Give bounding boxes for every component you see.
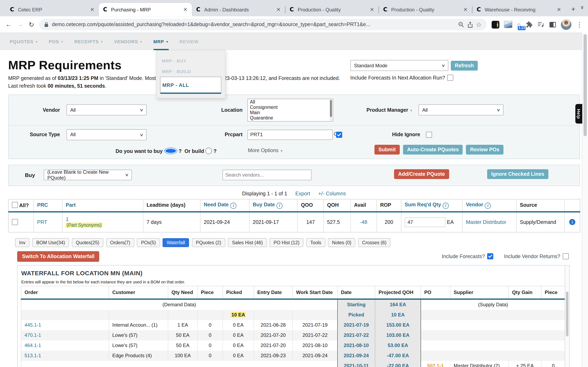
more-options-toggle[interactable]: More Options ▼ (248, 148, 283, 153)
browser-tab-purchasing-mrp[interactable]: C Purchasing - MRP ✕ (99, 3, 192, 16)
auto-create-pquotes-button[interactable]: Auto-Create PQuotes (403, 145, 463, 155)
tab-orders[interactable]: Orders(7) (106, 238, 134, 247)
switch-allocation-waterfall-button[interactable]: Switch To Allocation Waterfall (17, 251, 99, 262)
info-icon[interactable] (485, 203, 491, 209)
bookmark-star-icon[interactable]: ☆ (476, 21, 482, 28)
order-link[interactable]: 513.1-1 (25, 353, 41, 359)
waterfall-scrollbar[interactable] (565, 266, 569, 367)
part-synonyms-link[interactable]: (Part Synonyms) (66, 223, 102, 227)
tab-crosses[interactable]: Crosses (6) (358, 238, 390, 247)
tab-pquotes[interactable]: PQuotes (2) (192, 238, 225, 247)
columns-link[interactable]: +/- Columns (318, 191, 346, 197)
scrollbar-thumb[interactable] (566, 292, 568, 336)
menu-item-mrp-all[interactable]: MRP - ALL (160, 77, 221, 94)
tab-inv[interactable]: Inv (15, 238, 30, 247)
page-scrollbar[interactable] (582, 33, 588, 367)
tab-quotes[interactable]: Quotes(25) (72, 238, 103, 247)
order-link[interactable]: 470.1-1 (25, 333, 41, 338)
listbox-scrollbar[interactable] (329, 100, 332, 121)
share-icon[interactable] (467, 21, 473, 27)
location-option-consignment[interactable]: Consignment (248, 105, 333, 110)
reload-icon[interactable]: ↻ (26, 21, 37, 28)
browser-tab-production-quality-2[interactable]: C Production - Quality ✕ (379, 3, 472, 16)
close-icon[interactable]: ✕ (556, 7, 562, 13)
extension-doc-icon[interactable] (492, 21, 499, 28)
hide-ignore-checkbox[interactable] (426, 132, 432, 138)
close-icon[interactable]: ✕ (462, 7, 469, 13)
review-pos-button[interactable]: Review POs (466, 145, 503, 155)
info-icon[interactable] (443, 203, 449, 209)
tab-search-chevron-icon[interactable]: ∨ (580, 4, 584, 10)
close-icon[interactable]: ✕ (182, 7, 189, 13)
part-link[interactable]: 1 (66, 217, 69, 222)
close-icon[interactable]: ✕ (89, 7, 95, 13)
buy-radio[interactable] (164, 148, 177, 154)
col-buy-date[interactable]: Buy Date (249, 199, 297, 212)
tab-bom-use[interactable]: BOM Use(34) (32, 238, 69, 247)
back-icon[interactable]: ← (3, 21, 14, 28)
browser-menu-kebab-icon[interactable]: ⋮ (574, 21, 585, 28)
col-sum-req-qty[interactable]: Sum Req'd Qty (401, 199, 462, 212)
col-prc[interactable]: PRC (34, 199, 62, 212)
sum-req-qty-input[interactable] (405, 217, 445, 227)
po-link[interactable]: 507.1-1 (427, 363, 444, 367)
include-vendor-returns-checkbox[interactable] (563, 253, 569, 259)
order-link[interactable]: 445.1-1 (25, 322, 41, 328)
row-info-icon[interactable] (569, 219, 575, 225)
nav-vendors[interactable]: VENDORS▼ (114, 33, 143, 50)
tab-pos[interactable]: POs(5) (137, 238, 160, 247)
submit-button[interactable]: Submit (374, 145, 400, 155)
location-option-quarantine[interactable]: Quarantine (248, 115, 333, 121)
side-panel-icon[interactable] (549, 21, 556, 27)
source-type-select[interactable]: All∨ (67, 129, 147, 140)
select-all-checkbox[interactable] (12, 202, 18, 208)
zoom-out-icon[interactable] (458, 21, 464, 27)
forward-icon[interactable]: → (15, 21, 25, 28)
vendor-search-input[interactable] (223, 170, 311, 180)
tab-tools[interactable]: Tools (306, 238, 325, 247)
browser-tab-cetec-erp[interactable]: C Cetec ERP ✕ (6, 3, 99, 16)
tab-notes[interactable]: Notes (0) (328, 238, 355, 247)
prcpart-input[interactable] (247, 130, 333, 140)
location-option-main[interactable]: Main (248, 110, 333, 115)
col-need-date[interactable]: Need Date (200, 199, 249, 212)
new-tab-button[interactable]: + (568, 4, 579, 15)
prc-link[interactable]: PRT (37, 219, 47, 225)
col-part[interactable]: Part (62, 199, 143, 212)
help-tab[interactable]: Help (575, 104, 582, 124)
avail-link[interactable]: -48 (360, 219, 367, 225)
extension-screenshot-icon[interactable] (504, 21, 512, 28)
vendor-link[interactable]: Master Distributor (466, 219, 506, 225)
browser-tab-admin-dashboards[interactable]: C Admin - Dashboards ✕ (192, 3, 285, 16)
nav-mrp[interactable]: MRP▼ MRP - BUY MRP - BUILD MRP - ALL (153, 33, 169, 50)
include-forecasts-checkbox[interactable] (487, 253, 493, 259)
prcpart-exact-checkbox[interactable] (336, 132, 342, 138)
menu-item-mrp-build[interactable]: MRP - BUILD (156, 66, 225, 77)
menu-item-mrp-buy[interactable]: MRP - BUY (156, 55, 225, 66)
build-radio[interactable] (206, 148, 212, 154)
vendor-select[interactable]: All∨ (67, 105, 147, 116)
nav-pos[interactable]: POS▼ (49, 33, 64, 50)
include-forecasts-next-run-checkbox[interactable] (447, 75, 453, 81)
mode-select[interactable]: Standard Mode∨ (350, 60, 448, 71)
row-checkbox[interactable] (12, 219, 18, 225)
info-icon[interactable] (277, 203, 283, 209)
nav-pquotes[interactable]: PQUOTES▼ (10, 33, 38, 50)
ignore-checked-lines-button[interactable]: Ignore Checked Lines (487, 169, 548, 179)
browser-tab-warehouse-receiving[interactable]: C Warehouse - Receiving ✕ (472, 3, 566, 16)
info-icon[interactable] (230, 203, 236, 209)
scrollbar-thumb[interactable] (584, 34, 587, 136)
reading-list-icon[interactable] (537, 22, 544, 27)
tab-waterfall[interactable]: Waterfall (163, 238, 189, 247)
close-icon[interactable]: ✕ (369, 7, 375, 13)
export-link[interactable]: Export (295, 191, 310, 197)
refresh-button[interactable]: Refresh (451, 60, 478, 70)
avatar[interactable] (561, 19, 572, 30)
order-link[interactable]: 464.1-1 (25, 343, 41, 349)
address-bar[interactable]: demo.cetecerp.com/pquote/assisted_purcha… (39, 19, 487, 30)
pquote-select[interactable]: (Leave Blank to Create New PQuote)∨ (44, 170, 132, 180)
tab-sales-hist[interactable]: Sales Hist (46) (228, 238, 267, 247)
scrollbar-thumb[interactable] (330, 100, 332, 117)
col-vendor[interactable]: Vendor (462, 199, 516, 212)
add-create-pquote-button[interactable]: Add/Create PQuote (394, 169, 449, 179)
